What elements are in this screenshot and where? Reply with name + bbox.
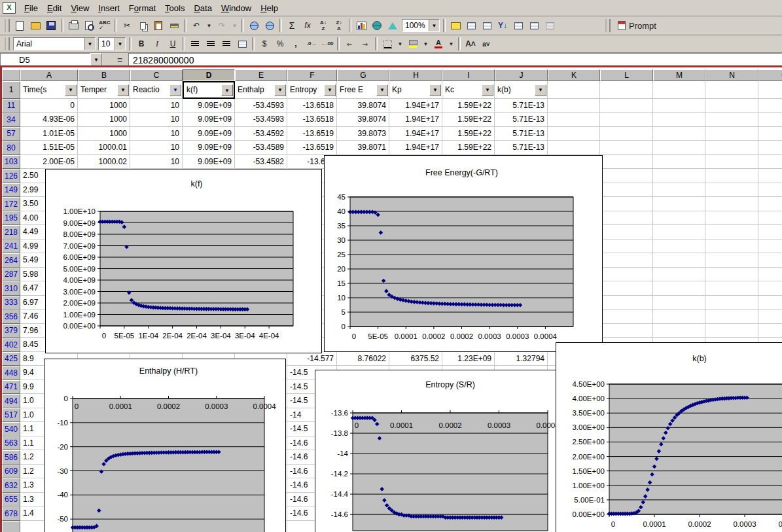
row-header-218[interactable]: 218 xyxy=(2,225,20,239)
filter-header-cell-B[interactable]: Temper▼ xyxy=(78,81,130,99)
row-header-149[interactable]: 149 xyxy=(2,183,20,198)
cell-D103[interactable]: 9.09E+09 xyxy=(183,155,235,169)
row-header-586[interactable]: 586 xyxy=(2,450,20,465)
name-box[interactable]: D5 xyxy=(0,53,90,67)
column-header-F[interactable]: F xyxy=(287,69,337,81)
cell-A80[interactable]: 1.51E-05 xyxy=(20,141,78,155)
row-header-1[interactable]: 1 xyxy=(2,81,20,99)
cell-K11[interactable] xyxy=(548,99,600,113)
filter-dropdown-reactio[interactable]: ▼ xyxy=(169,84,181,96)
sort-descending-button[interactable]: Z↓A xyxy=(332,18,346,33)
merge-center-button[interactable] xyxy=(235,37,249,51)
menu-help[interactable]: Help xyxy=(256,2,283,14)
cell-H57[interactable]: 1.94E+17 xyxy=(389,127,442,141)
align-left-button[interactable] xyxy=(188,37,202,51)
refresh-status-button[interactable] xyxy=(542,18,557,33)
cell-L218[interactable] xyxy=(600,225,653,239)
filter-header-cell-O[interactable] xyxy=(758,81,782,99)
toolbar-grip[interactable] xyxy=(5,37,10,50)
copy-button[interactable] xyxy=(135,18,150,33)
filter-dropdown-time(s[interactable]: ▼ xyxy=(65,84,77,96)
toolbar-grip[interactable] xyxy=(5,19,10,32)
cell-D34[interactable]: 9.09E+09 xyxy=(183,113,235,127)
cell-N287[interactable] xyxy=(705,268,758,282)
font-color-dropdown[interactable]: ▼ xyxy=(447,37,455,51)
cell-M218[interactable] xyxy=(653,225,705,239)
menu-tools[interactable]: Tools xyxy=(160,2,189,14)
cell-G425[interactable]: 8.76022 xyxy=(337,352,389,366)
row-header-333[interactable]: 333 xyxy=(2,296,20,310)
refresh-data-button[interactable]: Y↓ xyxy=(495,18,510,33)
filter-dropdown-enthalp[interactable]: ▼ xyxy=(274,84,286,96)
cell-I425[interactable]: 1.23E+09 xyxy=(442,352,495,366)
cell-N57[interactable] xyxy=(705,127,758,141)
cell-N80[interactable] xyxy=(705,141,758,155)
cell-L149[interactable] xyxy=(600,183,653,198)
cell-I57[interactable]: 1.59E+22 xyxy=(442,127,495,141)
filter-dropdown-entropy[interactable]: ▼ xyxy=(324,84,336,96)
cell-O11[interactable] xyxy=(758,99,782,113)
cell-L310[interactable] xyxy=(600,281,653,296)
data-range-properties-button[interactable] xyxy=(464,18,478,33)
filter-header-cell-E[interactable]: Enthalp▼ xyxy=(235,81,287,99)
cell-G34[interactable]: 39.8074 xyxy=(337,113,389,127)
cell-A34[interactable]: 4.93E-06 xyxy=(20,113,78,127)
new-button[interactable] xyxy=(12,18,27,33)
row-header-126[interactable]: 126 xyxy=(2,169,20,183)
excel-app-icon[interactable]: X xyxy=(3,2,16,14)
row-header-172[interactable]: 172 xyxy=(2,197,20,211)
row-header-678[interactable]: 678 xyxy=(2,506,20,521)
column-header-C[interactable]: C xyxy=(130,69,183,81)
filter-header-cell-C[interactable]: Reactio▼ xyxy=(130,81,183,99)
cell-L333[interactable] xyxy=(600,296,653,310)
filter-dropdown-k(f)[interactable]: ▼ xyxy=(221,84,233,96)
font-color-button[interactable]: A xyxy=(431,37,446,51)
column-header-N[interactable]: N xyxy=(705,69,758,81)
filter-header-cell-L[interactable] xyxy=(600,81,653,99)
cell-M333[interactable] xyxy=(653,296,705,310)
cell-L379[interactable] xyxy=(600,324,653,338)
cell-I34[interactable]: 1.59E+22 xyxy=(442,113,495,127)
cell-C34[interactable]: 10 xyxy=(130,113,183,127)
cell-L287[interactable] xyxy=(600,268,653,282)
refresh-all-button[interactable] xyxy=(511,18,525,33)
column-header-B[interactable]: B xyxy=(78,69,130,81)
cell-N195[interactable] xyxy=(705,211,758,226)
row-header-379[interactable]: 379 xyxy=(2,324,20,338)
cell-A11[interactable]: 0 xyxy=(20,99,78,113)
cell-E34[interactable]: -53.4593 xyxy=(235,113,287,127)
row-header-448[interactable]: 448 xyxy=(2,366,20,380)
menu-window[interactable]: Window xyxy=(217,2,256,14)
cell-M287[interactable] xyxy=(653,268,705,282)
format-painter-button[interactable] xyxy=(167,18,181,33)
cell-M241[interactable] xyxy=(653,239,705,254)
cell-I11[interactable]: 1.59E+22 xyxy=(442,99,495,113)
prompt-button[interactable]: Prompt xyxy=(613,18,661,33)
row-header-563[interactable]: 563 xyxy=(2,436,20,451)
print-button[interactable] xyxy=(66,18,80,33)
filter-header-cell-K[interactable] xyxy=(548,81,600,99)
row-header-80[interactable]: 80 xyxy=(2,141,20,155)
cell-O80[interactable] xyxy=(758,141,782,155)
column-header-M[interactable]: M xyxy=(653,69,705,81)
font-name-combo[interactable]: Arial ▼ xyxy=(13,37,96,50)
filter-dropdown-kp[interactable]: ▼ xyxy=(429,84,441,96)
cell-E57[interactable]: -53.4592 xyxy=(235,127,287,141)
cell-B80[interactable]: 1000.01 xyxy=(78,141,130,155)
cell-L34[interactable] xyxy=(600,113,653,127)
cell-N149[interactable] xyxy=(705,183,758,198)
cell-O34[interactable] xyxy=(758,113,782,127)
filter-header-cell-D[interactable]: k(f)▼ xyxy=(183,81,235,99)
print-preview-button[interactable] xyxy=(82,18,96,33)
cell-N218[interactable] xyxy=(705,225,758,239)
insert-hyperlink-button[interactable] xyxy=(247,18,261,33)
cell-N34[interactable] xyxy=(705,113,758,127)
sort-ascending-button[interactable]: A↓Z xyxy=(316,18,330,33)
row-header-195[interactable]: 195 xyxy=(2,211,20,226)
font-size-combo[interactable]: 10 ▼ xyxy=(98,37,126,50)
column-header-O[interactable]: O xyxy=(758,69,782,81)
filter-header-cell-F[interactable]: Entropy▼ xyxy=(287,81,337,99)
cell-L103[interactable] xyxy=(600,155,653,169)
cell-O195[interactable] xyxy=(758,211,782,226)
row-header-609[interactable]: 609 xyxy=(2,465,20,479)
